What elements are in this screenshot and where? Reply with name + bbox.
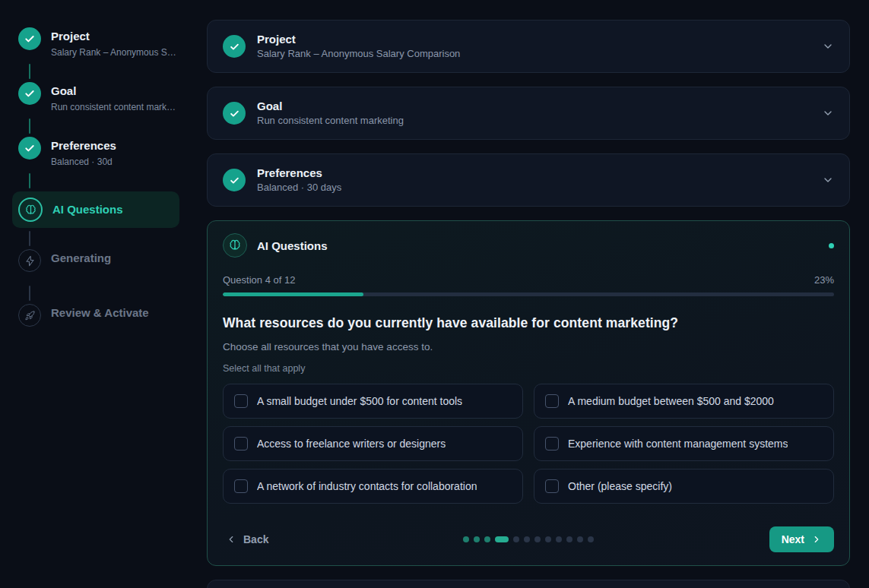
pagination-dot bbox=[566, 536, 572, 542]
pagination-dot bbox=[474, 536, 480, 542]
question-hint: Select all that apply bbox=[223, 363, 834, 374]
step-subtitle: Salary Rank – Anonymous Sal… bbox=[51, 47, 180, 58]
sidebar-step-ai-questions[interactable]: AI Questions bbox=[12, 191, 179, 228]
check-icon bbox=[18, 137, 41, 160]
step-title: AI Questions bbox=[52, 203, 123, 216]
pagination-dot bbox=[513, 536, 519, 542]
card-title: Project bbox=[257, 33, 460, 46]
check-icon bbox=[223, 102, 246, 125]
option-label: A medium budget between $500 and $2000 bbox=[568, 395, 774, 407]
answer-option[interactable]: A medium budget between $500 and $2000 bbox=[534, 384, 834, 419]
step-connector bbox=[29, 119, 30, 134]
progress-label: Question 4 of 12 bbox=[223, 274, 295, 286]
chevron-right-icon bbox=[811, 534, 822, 545]
question-description: Choose all resources that you have acces… bbox=[223, 341, 834, 352]
brain-icon bbox=[223, 233, 247, 258]
option-label: A network of industry contacts for colla… bbox=[257, 480, 477, 492]
sidebar-step-project[interactable]: Project Salary Rank – Anonymous Sal… bbox=[12, 27, 198, 61]
wizard-stepper-sidebar: Project Salary Rank – Anonymous Sal… Goa… bbox=[0, 0, 198, 337]
answer-option[interactable]: Access to freelance writers or designers bbox=[223, 426, 523, 461]
answer-option[interactable]: Experience with content management syste… bbox=[534, 426, 834, 461]
options-grid: A small budget under $500 for content to… bbox=[223, 384, 834, 504]
ai-questions-panel: AI Questions Question 4 of 12 23% What r… bbox=[207, 220, 850, 566]
card-subtitle: Salary Rank – Anonymous Salary Compariso… bbox=[257, 49, 460, 59]
step-title: Project bbox=[51, 30, 90, 43]
pagination-dot bbox=[524, 536, 530, 542]
sidebar-step-review-activate[interactable]: Review & Activate bbox=[12, 304, 198, 337]
step-subtitle: Balanced · 30d bbox=[51, 156, 116, 167]
option-checkbox[interactable] bbox=[234, 394, 248, 408]
pagination-dot bbox=[484, 536, 490, 542]
step-connector bbox=[29, 286, 30, 301]
step-connector bbox=[29, 231, 30, 246]
sidebar-step-generating[interactable]: Generating bbox=[12, 249, 198, 283]
check-icon bbox=[223, 169, 246, 191]
check-icon bbox=[223, 35, 246, 58]
progress-bar bbox=[223, 292, 834, 296]
step-connector bbox=[29, 64, 30, 79]
back-button[interactable]: Back bbox=[223, 533, 268, 545]
progress-row: Question 4 of 12 23% bbox=[223, 274, 834, 286]
option-label: Other (please specify) bbox=[568, 480, 672, 492]
step-connector bbox=[29, 173, 30, 188]
card-title: Preferences bbox=[257, 167, 341, 180]
option-checkbox[interactable] bbox=[234, 479, 248, 493]
progress-bar-fill bbox=[223, 292, 363, 296]
pagination-dot bbox=[588, 536, 594, 542]
bolt-icon bbox=[18, 249, 41, 272]
pagination-dot bbox=[495, 536, 509, 542]
chevron-down-icon[interactable] bbox=[822, 40, 834, 52]
active-status-dot bbox=[829, 243, 834, 248]
panel-footer: Back Next bbox=[223, 526, 834, 552]
step-title: Goal bbox=[51, 84, 76, 97]
pagination-dot bbox=[545, 536, 551, 542]
chevron-left-icon bbox=[226, 534, 236, 545]
panel-title: AI Questions bbox=[257, 239, 328, 252]
next-button[interactable]: Next bbox=[769, 526, 834, 552]
question-pagination-dots bbox=[463, 536, 594, 542]
option-label: Experience with content management syste… bbox=[568, 438, 788, 450]
chevron-down-icon[interactable] bbox=[822, 174, 834, 186]
option-checkbox[interactable] bbox=[545, 394, 559, 408]
step-subtitle: Run consistent content mark… bbox=[51, 102, 176, 112]
summary-card-preferences[interactable]: Preferences Balanced · 30 days bbox=[207, 153, 850, 207]
back-button-label: Back bbox=[243, 533, 268, 545]
answer-option[interactable]: Other (please specify) bbox=[534, 469, 834, 504]
pagination-dot bbox=[463, 536, 469, 542]
progress-percent: 23% bbox=[814, 274, 834, 286]
check-icon bbox=[18, 27, 41, 50]
chevron-down-icon[interactable] bbox=[822, 107, 834, 119]
next-button-label: Next bbox=[782, 533, 804, 545]
option-checkbox[interactable] bbox=[545, 437, 559, 450]
card-subtitle: Run consistent content marketing bbox=[257, 115, 404, 126]
ai-questions-header: AI Questions bbox=[223, 233, 834, 258]
option-label: A small budget under $500 for content to… bbox=[257, 395, 462, 407]
card-subtitle: Balanced · 30 days bbox=[257, 182, 341, 193]
pagination-dot bbox=[534, 536, 541, 542]
answer-option[interactable]: A small budget under $500 for content to… bbox=[223, 384, 523, 419]
card-title: Goal bbox=[257, 100, 404, 113]
summary-card-goal[interactable]: Goal Run consistent content marketing bbox=[207, 87, 850, 140]
brain-icon bbox=[18, 198, 43, 222]
pagination-dot bbox=[577, 536, 583, 542]
option-checkbox[interactable] bbox=[545, 479, 559, 493]
check-icon bbox=[18, 82, 41, 105]
question-title: What resources do you currently have ava… bbox=[223, 315, 834, 331]
next-section-card-peek[interactable] bbox=[207, 580, 850, 588]
step-title: Preferences bbox=[51, 139, 116, 152]
sidebar-step-goal[interactable]: Goal Run consistent content mark… bbox=[12, 82, 198, 115]
rocket-icon bbox=[18, 304, 41, 327]
pagination-dot bbox=[556, 536, 562, 542]
summary-card-project[interactable]: Project Salary Rank – Anonymous Salary C… bbox=[207, 20, 850, 73]
step-title: Review & Activate bbox=[51, 306, 149, 319]
answer-option[interactable]: A network of industry contacts for colla… bbox=[223, 469, 523, 504]
main-content: Project Salary Rank – Anonymous Salary C… bbox=[207, 20, 850, 588]
option-label: Access to freelance writers or designers bbox=[257, 438, 446, 450]
sidebar-step-preferences[interactable]: Preferences Balanced · 30d bbox=[12, 137, 198, 170]
option-checkbox[interactable] bbox=[234, 437, 248, 450]
step-title: Generating bbox=[51, 251, 111, 264]
